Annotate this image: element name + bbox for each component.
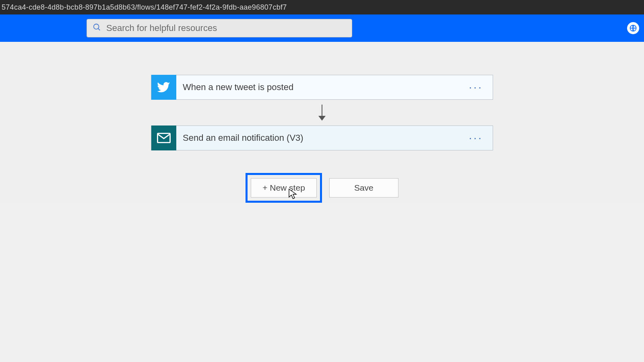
search-icon: [93, 23, 101, 33]
new-step-button[interactable]: + New step: [251, 178, 317, 197]
browser-url-text: 574ca4-cde8-4d8b-bcb8-897b1a5d8b63/flows…: [2, 3, 287, 12]
twitter-icon: [151, 75, 176, 100]
flow-canvas: When a new tweet is posted ··· Send an e…: [0, 42, 644, 203]
footer-buttons: + New step Save: [246, 173, 398, 203]
trigger-title: When a new tweet is posted: [183, 82, 293, 93]
svg-line-1: [98, 29, 100, 31]
new-step-focus-ring: + New step: [246, 173, 322, 203]
action-title: Send an email notification (V3): [183, 133, 303, 143]
environment-icon[interactable]: [626, 21, 640, 35]
action-card[interactable]: Send an email notification (V3) ···: [151, 125, 493, 150]
svg-point-0: [94, 24, 99, 29]
trigger-card[interactable]: When a new tweet is posted ···: [151, 75, 493, 100]
browser-url-bar[interactable]: 574ca4-cde8-4d8b-bcb8-897b1a5d8b63/flows…: [0, 0, 644, 14]
app-header: [0, 14, 644, 42]
mail-icon: [151, 125, 176, 150]
search-box[interactable]: [87, 19, 352, 37]
save-button[interactable]: Save: [329, 178, 398, 197]
connector-arrow[interactable]: [317, 105, 327, 121]
search-input[interactable]: [106, 23, 346, 33]
